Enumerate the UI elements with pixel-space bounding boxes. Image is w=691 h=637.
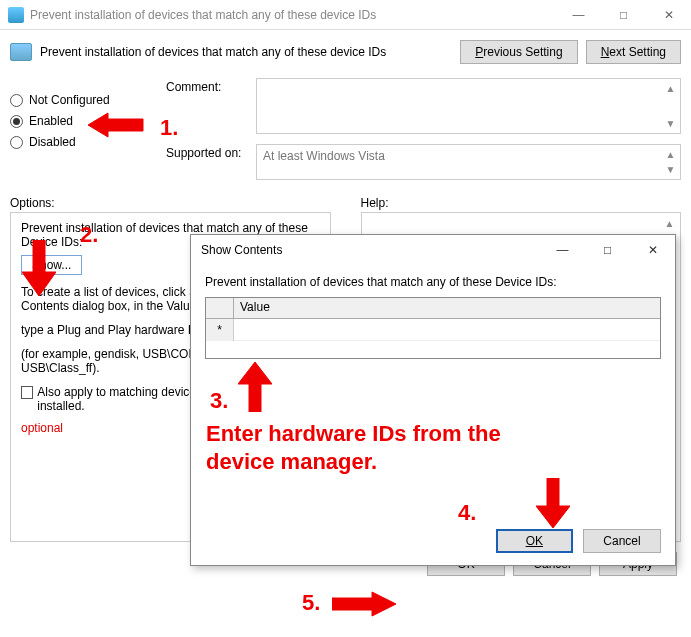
dialog-ok-button[interactable]: OK bbox=[496, 529, 573, 553]
maximize-button[interactable]: □ bbox=[601, 0, 646, 30]
dialog-minimize-button[interactable]: — bbox=[540, 235, 585, 265]
value-grid[interactable]: Value * bbox=[205, 297, 661, 359]
dialog-close-button[interactable]: ✕ bbox=[630, 235, 675, 265]
help-label: Help: bbox=[361, 196, 682, 210]
radio-icon bbox=[10, 136, 23, 149]
radio-label: Enabled bbox=[29, 114, 73, 128]
dialog-title: Show Contents bbox=[201, 243, 540, 257]
annotation-number-5: 5. bbox=[302, 590, 320, 616]
radio-label: Disabled bbox=[29, 135, 76, 149]
supported-value: At least Windows Vista bbox=[263, 149, 385, 163]
window-title: Prevent installation of devices that mat… bbox=[30, 8, 556, 22]
scroll-down-icon[interactable]: ▼ bbox=[662, 115, 679, 132]
scroll-up-icon[interactable]: ▲ bbox=[662, 80, 679, 97]
policy-icon bbox=[8, 7, 24, 23]
svg-marker-4 bbox=[332, 592, 396, 616]
radio-not-configured[interactable]: Not Configured bbox=[10, 93, 150, 107]
annotation-arrow-5 bbox=[332, 589, 396, 619]
policy-header: Prevent installation of devices that mat… bbox=[0, 30, 691, 68]
options-label: Options: bbox=[10, 196, 331, 210]
show-button[interactable]: Show... bbox=[21, 255, 82, 275]
window-titlebar: Prevent installation of devices that mat… bbox=[0, 0, 691, 30]
grid-row[interactable]: * bbox=[206, 319, 660, 341]
grid-row-marker: * bbox=[206, 319, 234, 341]
grid-corner bbox=[206, 298, 234, 318]
radio-disabled[interactable]: Disabled bbox=[10, 135, 150, 149]
radio-label: Not Configured bbox=[29, 93, 110, 107]
grid-cell-value[interactable] bbox=[234, 319, 660, 341]
minimize-button[interactable]: — bbox=[556, 0, 601, 30]
policy-title: Prevent installation of devices that mat… bbox=[40, 45, 460, 59]
radio-icon bbox=[10, 94, 23, 107]
dialog-titlebar: Show Contents — □ ✕ bbox=[191, 235, 675, 265]
dialog-maximize-button[interactable]: □ bbox=[585, 235, 630, 265]
supported-on-box: At least Windows Vista ▲ ▼ bbox=[256, 144, 681, 180]
supported-label: Supported on: bbox=[166, 144, 256, 180]
comment-textarea[interactable]: ▲ ▼ bbox=[256, 78, 681, 134]
scroll-up-icon[interactable]: ▲ bbox=[661, 215, 678, 232]
previous-setting-button[interactable]: Previous Setting bbox=[460, 40, 577, 64]
show-contents-dialog: Show Contents — □ ✕ Prevent installation… bbox=[190, 234, 676, 566]
scroll-down-icon[interactable]: ▼ bbox=[662, 161, 679, 178]
policy-header-icon bbox=[10, 43, 32, 61]
state-radio-group: Not Configured Enabled Disabled bbox=[10, 74, 150, 184]
also-apply-checkbox[interactable] bbox=[21, 386, 33, 399]
comment-label: Comment: bbox=[166, 78, 256, 134]
radio-icon bbox=[10, 115, 23, 128]
radio-enabled[interactable]: Enabled bbox=[10, 114, 150, 128]
dialog-cancel-button[interactable]: Cancel bbox=[583, 529, 661, 553]
grid-col-value: Value bbox=[234, 298, 660, 318]
close-button[interactable]: ✕ bbox=[646, 0, 691, 30]
next-setting-button[interactable]: Next Setting bbox=[586, 40, 681, 64]
dialog-heading: Prevent installation of devices that mat… bbox=[205, 275, 661, 289]
